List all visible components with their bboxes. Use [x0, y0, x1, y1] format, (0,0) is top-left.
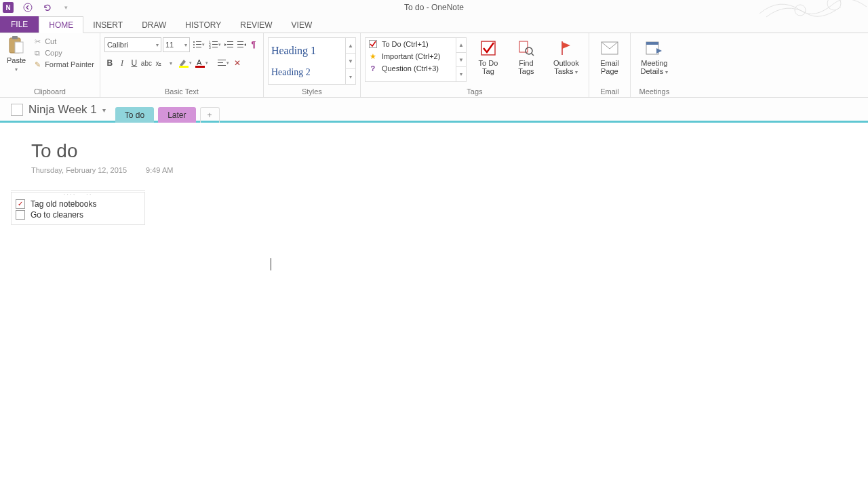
find-tags-button[interactable]: Find Tags	[510, 37, 542, 77]
svg-point-10	[193, 47, 195, 48]
notebook-picker[interactable]: Ninja Week 1 ▾	[5, 100, 111, 121]
meeting-details-button[interactable]: Meeting Details ▾	[635, 37, 674, 77]
todo-checkbox-0[interactable]: ✓	[16, 199, 25, 209]
todo-item-1[interactable]: Go to cleaners	[16, 209, 140, 220]
svg-point-6	[193, 41, 195, 43]
tags-scroll-down[interactable]: ▼	[456, 52, 466, 67]
svg-rect-7	[196, 41, 201, 42]
svg-rect-26	[195, 66, 205, 68]
notebook-icon	[11, 104, 23, 116]
format-painter-button[interactable]: ✎Format Painter	[31, 59, 96, 70]
tab-home[interactable]: HOME	[39, 16, 83, 33]
group-basic-text-label: Basic Text	[104, 87, 259, 97]
undo-button[interactable]	[42, 3, 52, 12]
svg-point-2	[827, 0, 841, 10]
app-icon: N	[3, 2, 14, 13]
tags-gallery[interactable]: To Do (Ctrl+1) ★Important (Ctrl+2) ?Ques…	[365, 37, 467, 82]
strikethrough-button[interactable]: abc	[141, 56, 152, 70]
outdent-button[interactable]	[224, 38, 235, 52]
style-heading1[interactable]: Heading 1	[271, 45, 353, 57]
section-tab-later[interactable]: Later	[158, 107, 195, 123]
page-canvas[interactable]: To do Thursday, February 12, 2015 9:49 A…	[0, 123, 868, 488]
page-title[interactable]: To do	[31, 140, 78, 162]
title-bar: N ▾ To do - OneNote	[0, 0, 868, 15]
group-meetings-label: Meetings	[635, 87, 674, 97]
underline-button[interactable]: U	[129, 56, 140, 70]
outlook-tasks-label: Outlook Tasks ▾	[551, 59, 582, 76]
tab-view[interactable]: VIEW	[282, 17, 322, 33]
flag-icon	[557, 39, 576, 58]
tag-todo[interactable]: To Do (Ctrl+1)	[366, 38, 466, 50]
tab-history[interactable]: HISTORY	[176, 17, 231, 33]
styles-expand[interactable]: ▾	[346, 68, 355, 84]
numbering-button[interactable]: 123▾	[208, 38, 222, 52]
svg-point-8	[193, 44, 195, 45]
checkbox-icon	[368, 39, 378, 49]
tag-question[interactable]: ?Question (Ctrl+3)	[366, 62, 466, 75]
section-tab-todo[interactable]: To do	[115, 107, 154, 123]
note-container[interactable]: ···· ·· ✓ Tag old notebooks Go to cleane…	[11, 190, 145, 225]
section-tab-add[interactable]: +	[200, 107, 220, 123]
tags-expand[interactable]: ▾	[456, 66, 466, 81]
star-icon: ★	[368, 52, 378, 61]
paste-button[interactable]: Paste▾	[4, 35, 28, 75]
qat-customize[interactable]: ▾	[61, 3, 71, 12]
question-icon: ?	[368, 64, 378, 73]
tag-question-label: Question (Ctrl+3)	[382, 64, 439, 73]
styles-scroll-up[interactable]: ▲	[346, 38, 355, 53]
styles-scroll-down[interactable]: ▼	[346, 53, 355, 68]
section-tabs-row: Ninja Week 1 ▾ To do Later +	[0, 98, 868, 123]
svg-rect-17	[212, 47, 218, 47]
tab-insert[interactable]: INSERT	[83, 17, 132, 33]
todo-item-0[interactable]: ✓ Tag old notebooks	[16, 199, 140, 209]
svg-rect-19	[227, 44, 233, 45]
font-size-select[interactable]: 11▾	[163, 37, 190, 52]
todo-text-1[interactable]: Go to cleaners	[31, 210, 83, 220]
font-select[interactable]: Calibri▾	[104, 37, 161, 52]
italic-button[interactable]: I	[117, 56, 127, 70]
todo-checkbox-1[interactable]	[16, 210, 25, 220]
subscript-button[interactable]: x₂	[153, 56, 164, 70]
back-button[interactable]	[23, 3, 33, 12]
todo-tag-icon	[479, 39, 498, 58]
tab-file[interactable]: FILE	[0, 16, 39, 33]
group-clipboard-label: Clipboard	[4, 87, 96, 97]
tag-important-label: Important (Ctrl+2)	[382, 52, 441, 60]
bullets-button[interactable]: ▾	[191, 38, 206, 52]
font-size: 11	[165, 41, 174, 49]
tag-important[interactable]: ★Important (Ctrl+2)	[366, 50, 466, 62]
paste-icon	[7, 36, 26, 55]
group-tags: To Do (Ctrl+1) ★Important (Ctrl+2) ?Ques…	[361, 33, 589, 97]
email-page-button[interactable]: Email Page	[593, 37, 626, 77]
svg-rect-21	[237, 41, 243, 42]
ribbon-tabs: FILE HOME INSERT DRAW HISTORY REVIEW VIE…	[0, 15, 868, 33]
svg-point-0	[24, 3, 32, 12]
todo-tag-button[interactable]: To Do Tag	[472, 37, 505, 77]
tag-todo-label: To Do (Ctrl+1)	[382, 40, 429, 48]
cut-icon: ✂	[33, 37, 42, 46]
highlight-button[interactable]: ▾	[178, 56, 193, 70]
outlook-tasks-button[interactable]: Outlook Tasks ▾	[548, 37, 585, 77]
clear-formatting-button[interactable]: ✕	[232, 56, 243, 70]
svg-rect-9	[196, 44, 201, 45]
styles-gallery[interactable]: Heading 1 Heading 2 ▲ ▼ ▾	[268, 37, 356, 85]
page-time: 9:49 AM	[146, 166, 173, 174]
paragraph-direction-button[interactable]: ¶	[248, 38, 259, 52]
cut-button[interactable]: ✂Cut	[31, 36, 96, 47]
tags-scroll-up[interactable]: ▲	[456, 38, 466, 52]
style-heading2[interactable]: Heading 2	[271, 67, 353, 78]
svg-text:3: 3	[209, 45, 211, 49]
subscript-dropdown[interactable]: ▾	[165, 56, 176, 70]
tab-draw[interactable]: DRAW	[132, 17, 176, 33]
copy-button[interactable]: ⧉Copy	[31, 47, 96, 58]
indent-button[interactable]	[236, 38, 247, 52]
align-button[interactable]: ▾	[216, 56, 231, 70]
tab-review[interactable]: REVIEW	[231, 17, 281, 33]
svg-rect-5	[15, 42, 23, 53]
group-basic-text: Calibri▾ 11▾ ▾ 123▾ ¶ B I U abc x₂ ▾ ▾ A	[100, 33, 264, 97]
page-meta: Thursday, February 12, 2015 9:49 AM	[31, 166, 173, 174]
font-color-button[interactable]: A▾	[194, 56, 209, 70]
todo-text-0[interactable]: Tag old notebooks	[31, 199, 96, 209]
font-name: Calibri	[107, 41, 128, 49]
bold-button[interactable]: B	[104, 56, 115, 70]
